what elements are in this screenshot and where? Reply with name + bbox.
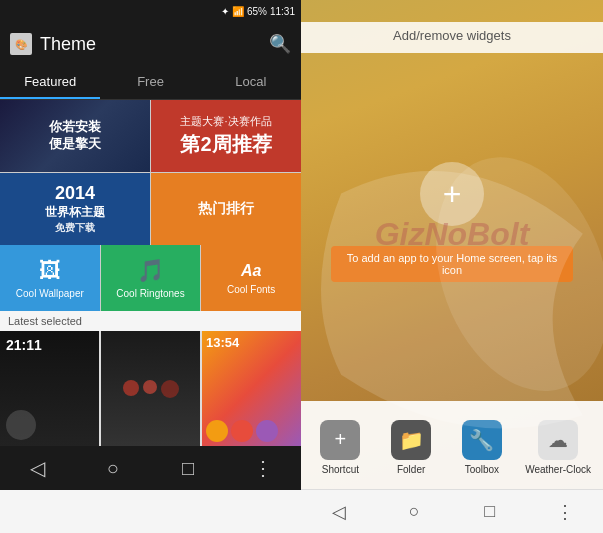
add-widget-button[interactable]: + bbox=[420, 162, 484, 226]
time-label: 11:31 bbox=[270, 6, 295, 17]
grid-cell-1-text: 你若安装 便是擎天 bbox=[49, 119, 101, 153]
tab-free[interactable]: Free bbox=[100, 66, 200, 99]
theme-header-left: 🎨 Theme bbox=[10, 33, 96, 55]
toolbox-label: Toolbox bbox=[465, 464, 499, 475]
right-top-bar bbox=[301, 0, 603, 22]
latest-thumbnails: 21:11 13:54 bbox=[0, 331, 301, 446]
grid-cell-1[interactable]: 你若安装 便是擎天 bbox=[0, 100, 150, 172]
folder-icon: 📁 bbox=[391, 420, 431, 460]
right-more-button[interactable]: ⋮ bbox=[545, 492, 585, 532]
widget-folder[interactable]: 📁 Folder bbox=[384, 420, 439, 475]
widget-shortcut[interactable]: + Shortcut bbox=[313, 420, 368, 475]
thumbnail-3[interactable]: 13:54 bbox=[202, 331, 301, 446]
status-bar: ✦ 📶 65% 11:31 bbox=[0, 0, 301, 22]
toolbox-icon: 🔧 bbox=[462, 420, 502, 460]
ringtones-label: Cool Ringtones bbox=[116, 288, 184, 299]
bluetooth-icon: ✦ bbox=[221, 6, 229, 17]
tab-featured[interactable]: Featured bbox=[0, 66, 100, 99]
tooltip-bar: To add an app to your Home screen, tap i… bbox=[331, 246, 573, 282]
left-panel: ✦ 📶 65% 11:31 🎨 Theme 🔍 Featured Free Lo… bbox=[0, 0, 301, 533]
search-button[interactable]: 🔍 bbox=[269, 33, 291, 55]
fonts-label: Cool Fonts bbox=[227, 284, 275, 295]
more-button[interactable]: ⋮ bbox=[243, 448, 283, 488]
back-button[interactable]: ◁ bbox=[18, 448, 58, 488]
theme-title: Theme bbox=[40, 34, 96, 55]
home-button[interactable]: ○ bbox=[93, 448, 133, 488]
nav-bar-right: ◁ ○ □ ⋮ bbox=[301, 489, 603, 533]
flower-decoration bbox=[119, 376, 183, 402]
widget-toolbox[interactable]: 🔧 Toolbox bbox=[454, 420, 509, 475]
tile-wallpaper[interactable]: 🖼 Cool Wallpaper bbox=[0, 245, 100, 311]
tile-ringtones[interactable]: 🎵 Cool Ringtones bbox=[101, 245, 201, 311]
thumb-time-3: 13:54 bbox=[206, 335, 239, 350]
latest-section-label: Latest selected bbox=[0, 311, 301, 331]
folder-label: Folder bbox=[397, 464, 425, 475]
wallpaper-label: Cool Wallpaper bbox=[16, 288, 84, 299]
right-panel: Add/remove widgets + GizNoBolt To add an… bbox=[301, 0, 603, 533]
grid-cell-2-text: 主题大赛·决赛作品 第2周推荐 bbox=[180, 114, 271, 157]
theme-top-grid: 你若安装 便是擎天 主题大赛·决赛作品 第2周推荐 2014 世界杯主题 免费下… bbox=[0, 100, 301, 245]
thumbnail-1[interactable]: 21:11 bbox=[0, 331, 99, 446]
theme-app-icon: 🎨 bbox=[10, 33, 32, 55]
battery-label: 65% bbox=[247, 6, 267, 17]
grid-cell-3[interactable]: 2014 世界杯主题 免费下载 bbox=[0, 173, 150, 245]
bottom-tiles: 🖼 Cool Wallpaper 🎵 Cool Ringtones Aa Coo… bbox=[0, 245, 301, 311]
widget-items-row: + Shortcut 📁 Folder 🔧 Toolbox ☁ Weather-… bbox=[301, 401, 603, 489]
widget-area: + GizNoBolt To add an app to your Home s… bbox=[301, 53, 603, 401]
add-remove-label: Add/remove widgets bbox=[301, 22, 603, 53]
tab-local[interactable]: Local bbox=[201, 66, 301, 99]
signal-icon: 📶 bbox=[232, 6, 244, 17]
grid-cell-4-text: 热门排行 bbox=[198, 200, 254, 218]
theme-header: 🎨 Theme 🔍 bbox=[0, 22, 301, 66]
widget-weather-clock[interactable]: ☁ Weather-Clock bbox=[525, 420, 591, 475]
tabs-bar: Featured Free Local bbox=[0, 66, 301, 100]
weather-clock-label: Weather-Clock bbox=[525, 464, 591, 475]
weather-clock-icon: ☁ bbox=[538, 420, 578, 460]
wallpaper-icon: 🖼 bbox=[39, 258, 61, 284]
grid-cell-4[interactable]: 热门排行 bbox=[151, 173, 301, 245]
fonts-icon: Aa bbox=[241, 262, 261, 280]
recent-button[interactable]: □ bbox=[168, 448, 208, 488]
grid-cell-3-text: 2014 世界杯主题 免费下载 bbox=[45, 183, 105, 235]
widget-bottom: + Shortcut 📁 Folder 🔧 Toolbox ☁ Weather-… bbox=[301, 401, 603, 489]
right-recent-button[interactable]: □ bbox=[470, 492, 510, 532]
right-home-button[interactable]: ○ bbox=[394, 492, 434, 532]
thumb-time-1: 21:11 bbox=[6, 337, 42, 353]
grid-cell-2[interactable]: 主题大赛·决赛作品 第2周推荐 bbox=[151, 100, 301, 172]
nav-bar-left: ◁ ○ □ ⋮ bbox=[0, 446, 301, 490]
thumbnail-2[interactable] bbox=[101, 331, 200, 446]
shortcut-label: Shortcut bbox=[322, 464, 359, 475]
ringtones-icon: 🎵 bbox=[137, 258, 164, 284]
status-icons: ✦ 📶 65% 11:31 bbox=[221, 6, 295, 17]
tile-fonts[interactable]: Aa Cool Fonts bbox=[201, 245, 301, 311]
right-back-button[interactable]: ◁ bbox=[319, 492, 359, 532]
shortcut-icon: + bbox=[320, 420, 360, 460]
